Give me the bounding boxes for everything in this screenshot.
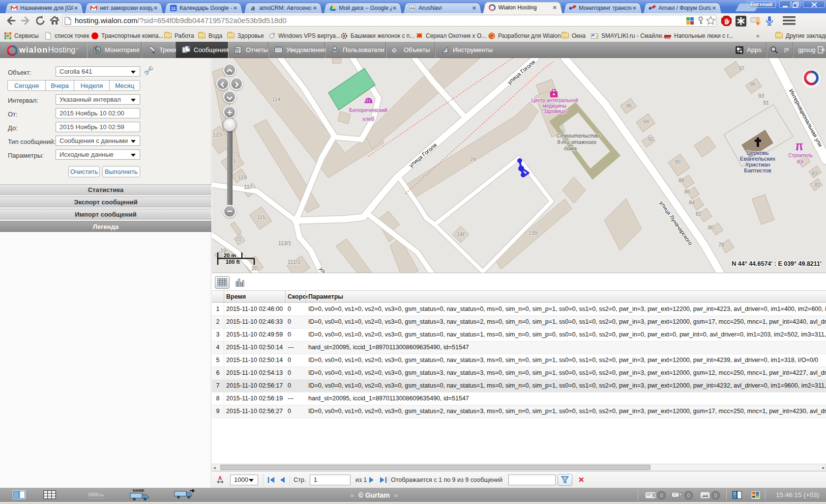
svg-text:111/1: 111/1 [288,259,300,265]
svg-text:Юг: Юг [797,159,804,165]
svg-text:88: 88 [678,177,684,183]
svg-text:9-ти этажного: 9-ти этажного [557,139,596,145]
svg-text:20 m: 20 m [224,252,236,258]
svg-text:Строительство: Строительство [557,133,600,139]
svg-text:Центр интегральной: Центр интегральной [531,98,578,103]
svg-text:"Здравица": "Здравица" [542,109,568,114]
svg-text:81: 81 [815,182,821,188]
svg-text:Баптистов: Баптистов [744,168,771,173]
svg-text:83: 83 [812,170,818,176]
svg-text:95: 95 [750,81,756,87]
svg-text:дома: дома [564,145,577,151]
svg-text:медицины: медицины [543,103,566,109]
svg-text:139: 139 [529,230,537,236]
svg-text:A: A [218,476,222,481]
svg-text:N 44° 44.6574' : E 039° 49.821: N 44° 44.6574' : E 039° 49.8211' [732,260,822,267]
svg-text:11: 11 [171,6,176,11]
svg-text:Церковь: Церковь [747,150,769,156]
svg-text:90: 90 [675,159,680,165]
svg-text:24: 24 [470,156,476,162]
svg-text:24Г: 24Г [457,231,466,237]
svg-text:20: 20 [252,265,258,271]
svg-text:100 ft: 100 ft [226,259,240,265]
svg-text:115: 115 [257,214,266,220]
svg-text:Белореченский: Белореченский [349,107,387,113]
svg-text:хлеб: хлеб [362,116,374,122]
svg-text:119: 119 [238,174,247,180]
svg-text:Евангельских: Евангельских [740,156,775,162]
svg-text:123: 123 [213,132,222,138]
svg-text:94: 94 [643,118,649,124]
svg-text:113/1: 113/1 [278,240,292,246]
svg-text:80: 80 [708,224,714,230]
svg-text:21: 21 [236,236,241,242]
svg-text:a: a [251,5,255,12]
svg-text:82: 82 [696,211,702,217]
svg-text:92: 92 [648,136,654,142]
svg-text:78: 78 [718,242,724,248]
svg-text:93: 93 [758,93,764,99]
svg-text:114: 114 [272,96,281,102]
svg-text:84: 84 [689,199,695,205]
svg-text:86: 86 [684,189,690,195]
svg-text:96: 96 [626,103,632,109]
svg-text:Строитель: Строитель [788,153,812,158]
svg-text:Христиан: Христиан [745,162,770,168]
svg-text:117: 117 [244,184,253,190]
svg-text:91: 91 [763,100,769,106]
svg-text:97: 97 [738,65,744,71]
